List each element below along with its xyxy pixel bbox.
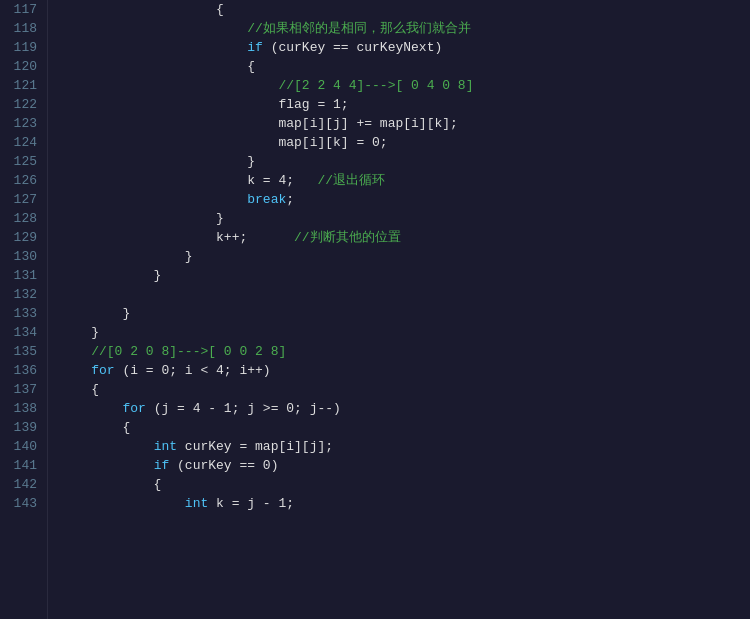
code-line: map[i][k] = 0; (60, 133, 750, 152)
code-line: } (60, 323, 750, 342)
code-segment: { (60, 0, 224, 19)
code-segment: for (122, 399, 145, 418)
code-line: { (60, 475, 750, 494)
line-number: 120 (4, 57, 37, 76)
code-segment: k++; (60, 228, 294, 247)
code-segment: //判断其他的位置 (294, 228, 401, 247)
code-segment: } (60, 304, 130, 323)
code-line: } (60, 304, 750, 323)
code-line: //[2 2 4 4]--->[ 0 4 0 8] (60, 76, 750, 95)
code-segment (60, 456, 154, 475)
code-editor: 1171181191201211221231241251261271281291… (0, 0, 750, 619)
code-segment: { (60, 418, 130, 437)
code-segment: { (60, 475, 161, 494)
line-number: 132 (4, 285, 37, 304)
code-line: for (j = 4 - 1; j >= 0; j--) (60, 399, 750, 418)
line-number: 118 (4, 19, 37, 38)
code-segment: break (247, 190, 286, 209)
line-number: 126 (4, 171, 37, 190)
code-line: flag = 1; (60, 95, 750, 114)
code-segment: if (247, 38, 263, 57)
code-segment (60, 342, 91, 361)
code-line: { (60, 380, 750, 399)
code-line: { (60, 57, 750, 76)
code-segment: (curKey == curKeyNext) (263, 38, 442, 57)
line-number: 134 (4, 323, 37, 342)
code-segment: } (60, 266, 161, 285)
line-number: 125 (4, 152, 37, 171)
code-line: } (60, 209, 750, 228)
line-number: 129 (4, 228, 37, 247)
line-number: 131 (4, 266, 37, 285)
code-content: { //如果相邻的是相同，那么我们就合并 if (curKey == curKe… (48, 0, 750, 619)
code-segment (60, 19, 247, 38)
code-segment: } (60, 209, 224, 228)
code-segment: //[2 2 4 4]--->[ 0 4 0 8] (278, 76, 473, 95)
line-number: 123 (4, 114, 37, 133)
code-segment (60, 38, 247, 57)
code-line: int k = j - 1; (60, 494, 750, 513)
code-line (60, 285, 750, 304)
code-line: } (60, 247, 750, 266)
line-number: 139 (4, 418, 37, 437)
code-segment: int (185, 494, 208, 513)
code-line: for (i = 0; i < 4; i++) (60, 361, 750, 380)
code-segment: } (60, 247, 193, 266)
line-number: 128 (4, 209, 37, 228)
code-segment: (curKey == 0) (169, 456, 278, 475)
line-number: 143 (4, 494, 37, 513)
line-number: 119 (4, 38, 37, 57)
code-segment: (j = 4 - 1; j >= 0; j--) (146, 399, 341, 418)
code-line: if (curKey == 0) (60, 456, 750, 475)
code-line: k = 4; //退出循环 (60, 171, 750, 190)
code-segment (60, 361, 91, 380)
code-segment (60, 190, 247, 209)
code-segment (60, 437, 154, 456)
code-segment: if (154, 456, 170, 475)
code-line: k++; //判断其他的位置 (60, 228, 750, 247)
line-number: 135 (4, 342, 37, 361)
line-number: 140 (4, 437, 37, 456)
code-segment: ; (286, 190, 294, 209)
line-number: 136 (4, 361, 37, 380)
code-segment: k = 4; (60, 171, 317, 190)
line-number: 137 (4, 380, 37, 399)
code-segment: { (60, 57, 255, 76)
line-number: 127 (4, 190, 37, 209)
code-segment: } (60, 323, 99, 342)
code-segment: k = j - 1; (208, 494, 294, 513)
code-segment: { (60, 380, 99, 399)
code-line: } (60, 266, 750, 285)
code-line: if (curKey == curKeyNext) (60, 38, 750, 57)
code-segment: flag = 1; (60, 95, 349, 114)
code-line: int curKey = map[i][j]; (60, 437, 750, 456)
code-segment: } (60, 152, 255, 171)
line-numbers: 1171181191201211221231241251261271281291… (0, 0, 48, 619)
code-segment (60, 76, 278, 95)
code-segment: //退出循环 (317, 171, 385, 190)
code-segment: map[i][j] += map[i][k]; (60, 114, 458, 133)
code-segment: //如果相邻的是相同，那么我们就合并 (247, 19, 471, 38)
line-number: 133 (4, 304, 37, 323)
line-number: 142 (4, 475, 37, 494)
line-number: 122 (4, 95, 37, 114)
code-segment (60, 494, 185, 513)
code-line: { (60, 418, 750, 437)
code-segment: for (91, 361, 114, 380)
code-line: //[0 2 0 8]--->[ 0 0 2 8] (60, 342, 750, 361)
code-segment: (i = 0; i < 4; i++) (115, 361, 271, 380)
code-segment: int (154, 437, 177, 456)
line-number: 121 (4, 76, 37, 95)
line-number: 130 (4, 247, 37, 266)
code-segment (60, 399, 122, 418)
code-segment: curKey = map[i][j]; (177, 437, 333, 456)
line-number: 138 (4, 399, 37, 418)
code-line: { (60, 0, 750, 19)
code-line: map[i][j] += map[i][k]; (60, 114, 750, 133)
code-line: //如果相邻的是相同，那么我们就合并 (60, 19, 750, 38)
code-segment: //[0 2 0 8]--->[ 0 0 2 8] (91, 342, 286, 361)
code-segment: map[i][k] = 0; (60, 133, 388, 152)
line-number: 141 (4, 456, 37, 475)
line-number: 117 (4, 0, 37, 19)
code-line: break; (60, 190, 750, 209)
